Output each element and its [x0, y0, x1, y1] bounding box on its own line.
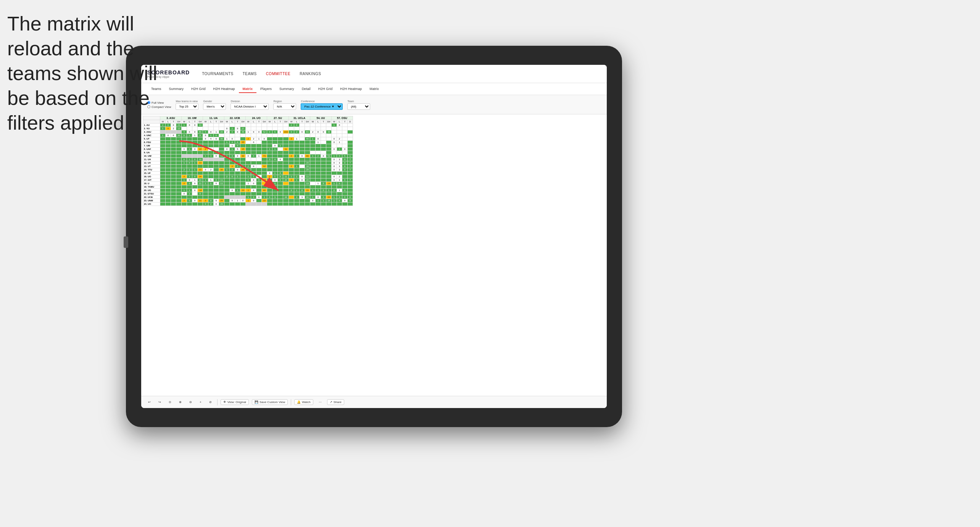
matrix-cell: [251, 124, 256, 127]
matrix-cell: [166, 144, 171, 148]
region-select[interactable]: N/A: [273, 103, 296, 110]
team-label: 18. U: [143, 182, 160, 185]
matrix-cell: 1: [289, 175, 294, 178]
matrix-cell: [262, 158, 267, 161]
subnav-h2h-grid-1[interactable]: H2H Grid: [187, 85, 210, 93]
settings-button[interactable]: ⊘: [207, 400, 214, 405]
sh-ucla-d: Dif: [305, 120, 310, 124]
matrix-cell: [326, 127, 332, 130]
matrix-cell: [262, 168, 267, 172]
matrix-cell: [272, 161, 278, 165]
matrix-cell: 0: [342, 189, 348, 192]
matrix-cell: [160, 189, 166, 192]
matrix-cell: [283, 144, 289, 148]
matrix-cell: [160, 178, 166, 182]
division-select[interactable]: NCAA Division I: [230, 103, 269, 110]
matrix-cell: 7: [348, 165, 353, 168]
matrix-cell: [208, 151, 214, 154]
bell-icon: 🔔: [297, 400, 301, 404]
team-label: 14. TTU: [143, 168, 160, 172]
undo-button[interactable]: ↩: [146, 400, 153, 405]
gender-select[interactable]: Men's: [203, 103, 226, 110]
nav-committee[interactable]: COMMITTEE: [261, 70, 295, 77]
matrix-cell: 1: [332, 124, 337, 127]
matrix-cell: [219, 172, 224, 175]
matrix-cell: 1: [337, 148, 342, 151]
table-row: 18. U2001111011101013101310: [143, 182, 353, 185]
watch-button[interactable]: 🔔 Watch: [294, 399, 313, 405]
matrix-cell: [230, 178, 235, 182]
matrix-cell: 0: [332, 161, 337, 165]
matrix-cell: 1: [267, 178, 272, 182]
matrix-cell: 2: [337, 137, 342, 141]
subnav-summary-2[interactable]: Summary: [276, 85, 298, 93]
matrix-cell: 1: [224, 137, 230, 141]
save-custom-view-button[interactable]: 💾 Save Custom View: [252, 399, 288, 405]
matrix-cell: [262, 134, 267, 137]
matrix-cell: [267, 165, 272, 168]
matrix-cell: [251, 151, 256, 154]
view-original-button[interactable]: 👁 View: Original: [221, 399, 249, 405]
matrix-cell: [262, 161, 267, 165]
matrix-cell: [198, 151, 203, 154]
max-teams-select[interactable]: Top 25: [176, 103, 198, 110]
matrix-cell: [224, 134, 230, 137]
team-label: 17. GIT: [143, 178, 160, 182]
matrix-cell: [305, 202, 310, 206]
matrix-cell: [176, 158, 182, 161]
subnav-matrix-1[interactable]: Matrix: [239, 85, 257, 93]
table-row: 15. UF010: [143, 172, 353, 175]
matrix-cell: [240, 158, 246, 161]
matrix-cell: 0: [198, 134, 203, 137]
subnav-h2h-heatmap-2[interactable]: H2H Heatmap: [336, 85, 366, 93]
matrix-cell: [289, 158, 294, 161]
nav-rankings[interactable]: RANKINGS: [295, 70, 326, 77]
matrix-cell: [272, 199, 278, 202]
matrix-cell: 11: [305, 175, 310, 178]
matrix-cell: [214, 185, 219, 189]
team-select[interactable]: (All): [347, 103, 370, 110]
conference-label: Conference: [301, 100, 343, 103]
matrix-cell: [203, 144, 208, 148]
matrix-cell: [348, 189, 353, 192]
matrix-cell: 44: [283, 196, 289, 199]
matrix-cell: [305, 172, 310, 175]
matrix-cell: [326, 141, 332, 144]
matrix-cell: [310, 144, 316, 148]
subnav-detail[interactable]: Detail: [298, 85, 314, 93]
matrix-cell: [182, 127, 187, 130]
matrix-cell: [182, 202, 187, 206]
subnav-players[interactable]: Players: [256, 85, 276, 93]
zoom-out-button[interactable]: ⊖: [187, 400, 194, 405]
matrix-cell: 1: [240, 165, 246, 168]
matrix-cell: [224, 151, 230, 154]
share-button[interactable]: ↗ Share: [327, 399, 344, 405]
nav-teams[interactable]: TEAMS: [238, 70, 261, 77]
matrix-cell: [342, 124, 348, 127]
matrix-cell: 18: [305, 165, 310, 168]
matrix-cell: 0: [272, 182, 278, 185]
matrix-content[interactable]: 3. ASU 10. UW 11. UA 22. UCB 24. UO 27. …: [141, 114, 607, 396]
matrix-cell: 2: [182, 168, 187, 172]
matrix-cell: 1: [321, 199, 326, 202]
add-button[interactable]: +: [197, 400, 204, 405]
conference-select[interactable]: Pac-12 Conference ▼: [301, 103, 343, 110]
matrix-cell: [224, 192, 230, 196]
matrix-cell: [182, 196, 187, 199]
matrix-cell: [187, 165, 192, 168]
subnav-matrix-2[interactable]: Matrix: [366, 85, 383, 93]
subnav-h2h-grid-2[interactable]: H2H Grid: [314, 85, 337, 93]
matrix-cell: [214, 148, 219, 151]
refresh-button[interactable]: ⊙: [166, 400, 174, 405]
subnav-h2h-heatmap-1[interactable]: H2H Heatmap: [210, 85, 239, 93]
matrix-cell: 0: [310, 199, 316, 202]
matrix-cell: 11: [219, 178, 224, 182]
matrix-cell: [272, 154, 278, 158]
zoom-in-button[interactable]: ⊕: [177, 400, 184, 405]
more-button[interactable]: ⋯: [316, 400, 324, 405]
redo-button[interactable]: ↪: [156, 400, 163, 405]
matrix-cell: [171, 185, 176, 189]
matrix-cell: 0: [192, 158, 198, 161]
matrix-cell: [208, 141, 214, 144]
nav-tournaments[interactable]: TOURNAMENTS: [197, 70, 238, 77]
